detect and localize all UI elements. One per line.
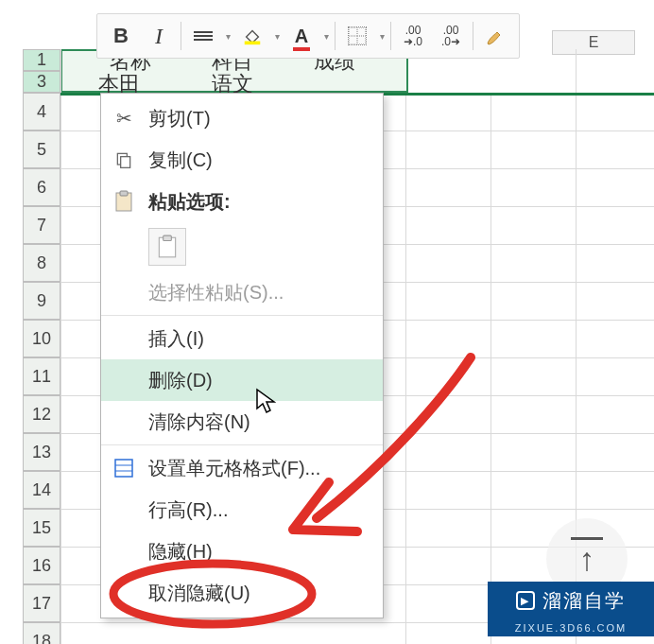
clipboard-icon xyxy=(111,188,137,215)
align-icon xyxy=(194,29,213,43)
ctx-clear-contents[interactable]: 清除内容(N) xyxy=(101,401,383,443)
row-header-12[interactable]: 12 xyxy=(23,395,60,433)
row-header-17[interactable]: 17 xyxy=(23,584,60,622)
format-cells-icon xyxy=(111,455,137,481)
ctx-paste-default[interactable] xyxy=(148,228,186,266)
row-header-14[interactable]: 14 xyxy=(23,471,60,509)
row-header-9[interactable]: 9 xyxy=(23,282,60,320)
row-header-7[interactable]: 7 xyxy=(23,206,60,244)
scissors-icon: ✂ xyxy=(111,105,137,131)
brand-text: 溜溜自学 xyxy=(542,588,626,614)
align-button[interactable] xyxy=(185,18,221,54)
ctx-paste-special[interactable]: 选择性粘贴(S)... xyxy=(101,271,383,313)
fill-color-button[interactable] xyxy=(234,18,270,54)
increase-decimal-button[interactable]: .00 ➜.0 xyxy=(395,18,431,54)
row-header-11[interactable]: 11 xyxy=(23,357,60,395)
row-header-10[interactable]: 10 xyxy=(23,320,60,357)
row-header-15[interactable]: 15 xyxy=(23,509,60,547)
font-color-caret[interactable]: ▾ xyxy=(321,31,331,42)
ctx-paste-special-label: 选择性粘贴(S)... xyxy=(148,280,284,305)
ctx-delete-label: 删除(D) xyxy=(148,368,213,393)
ctx-delete[interactable]: 删除(D) xyxy=(101,359,383,401)
font-color-icon: A xyxy=(295,26,308,47)
dec-dec-bot: .0➜ xyxy=(441,36,460,47)
svg-rect-0 xyxy=(245,42,261,45)
row-header-5[interactable]: 5 xyxy=(23,131,60,168)
row-header-1[interactable]: 1 xyxy=(23,49,60,71)
play-icon: ▶ xyxy=(516,591,535,610)
format-painter-button[interactable] xyxy=(477,18,513,54)
brand-badge: ▶ 溜溜自学 xyxy=(488,582,654,619)
clipboard-paste-icon xyxy=(157,235,178,259)
svg-rect-6 xyxy=(164,235,172,240)
ctx-paste-options-header: 粘贴选项: xyxy=(101,181,383,222)
ctx-unhide-label: 取消隐藏(U) xyxy=(148,581,250,606)
row-header-16[interactable]: 16 xyxy=(23,547,60,584)
ctx-format-cells[interactable]: 设置单元格格式(F)... xyxy=(101,447,383,489)
ctx-format-cells-label: 设置单元格格式(F)... xyxy=(148,456,320,481)
copy-icon xyxy=(111,147,137,173)
ctx-cut[interactable]: ✂ 剪切(T) xyxy=(101,97,383,139)
row-header-3[interactable]: 3 xyxy=(23,71,60,93)
borders-icon xyxy=(348,26,367,45)
svg-rect-4 xyxy=(120,191,128,196)
ctx-cut-label: 剪切(T) xyxy=(148,106,211,131)
arrow-up-icon: ↑ xyxy=(579,541,595,578)
ctx-hide[interactable]: 隐藏(H) xyxy=(101,531,383,572)
svg-rect-7 xyxy=(115,460,132,477)
borders-caret[interactable]: ▾ xyxy=(377,31,387,42)
svg-rect-2 xyxy=(121,157,130,168)
ctx-paste-options-label: 粘贴选项: xyxy=(148,189,231,215)
ctx-insert[interactable]: 插入(I) xyxy=(101,318,383,359)
ctx-copy-label: 复制(C) xyxy=(148,148,213,173)
ctx-hide-label: 隐藏(H) xyxy=(148,539,213,565)
row-header-6[interactable]: 6 xyxy=(23,168,60,206)
toolbar-separator xyxy=(390,22,391,50)
row-header-13[interactable]: 13 xyxy=(23,433,60,471)
fill-dropdown-caret[interactable]: ▾ xyxy=(272,31,282,42)
ctx-copy[interactable]: 复制(C) xyxy=(101,139,383,181)
bucket-icon xyxy=(242,26,263,46)
bold-button[interactable]: B xyxy=(103,18,139,54)
align-dropdown-caret[interactable]: ▾ xyxy=(223,31,232,42)
italic-button[interactable]: I xyxy=(141,18,177,54)
ctx-separator xyxy=(101,444,383,445)
decrease-decimal-button[interactable]: .00 .0➜ xyxy=(433,18,469,54)
row-header-18[interactable]: 18 xyxy=(23,622,60,644)
ctx-separator xyxy=(101,315,383,316)
ctx-clear-label: 清除内容(N) xyxy=(148,409,250,435)
toolbar-separator xyxy=(181,22,181,50)
row-header-4[interactable]: 4 xyxy=(23,93,60,131)
ctx-row-height-label: 行高(R)... xyxy=(148,497,228,523)
context-menu: ✂ 剪切(T) 复制(C) 粘贴选项: 选择性粘贴(S)... 插入(I) 删除… xyxy=(100,93,384,618)
ctx-paste-option-row xyxy=(101,222,383,271)
row-header-8[interactable]: 8 xyxy=(23,244,60,282)
brush-icon xyxy=(484,25,507,47)
mini-toolbar: B I ▾ ▾ A ▾ ▾ .00 ➜.0 .00 .0➜ xyxy=(96,13,520,59)
brand-sub: ZIXUE.3D66.COM xyxy=(488,619,654,636)
ctx-row-height[interactable]: 行高(R)... xyxy=(101,489,383,531)
font-color-button[interactable]: A xyxy=(284,18,319,54)
inc-dec-bot: ➜.0 xyxy=(404,36,422,47)
column-header-e[interactable]: E xyxy=(552,30,635,55)
toolbar-separator xyxy=(473,22,473,50)
ctx-unhide[interactable]: 取消隐藏(U) xyxy=(101,572,383,614)
toolbar-separator xyxy=(335,22,336,50)
borders-button[interactable] xyxy=(339,18,375,54)
ctx-insert-label: 插入(I) xyxy=(148,326,204,352)
